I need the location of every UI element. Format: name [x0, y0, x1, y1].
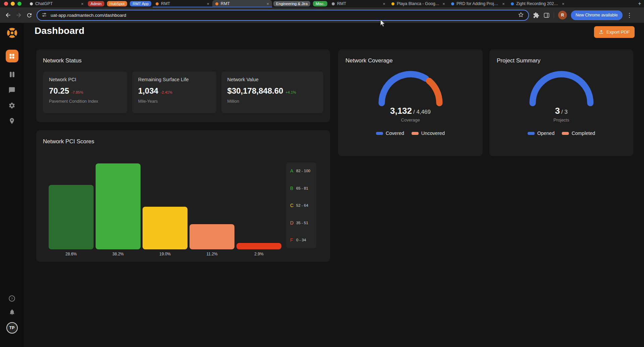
tab-close-icon[interactable]: × [383, 2, 385, 6]
grade-letter: C [290, 203, 294, 208]
new-tab-button[interactable]: + [635, 1, 644, 7]
stat-title: Network Value [227, 77, 317, 82]
window-controls[interactable] [4, 2, 21, 6]
tab-close-icon[interactable]: × [267, 2, 269, 6]
tab-label: PRD for Adding Proje… [457, 1, 500, 6]
tab-close-icon[interactable]: × [502, 2, 505, 6]
bell-icon [9, 309, 15, 315]
stat-tile-surface-life: Remaining Surface Life 1,034 -2.41% Mile… [132, 71, 216, 113]
grade-range: 52 - 64 [296, 203, 308, 207]
browser-tab[interactable]: Playa Blanca - Googl…× [388, 0, 448, 7]
site-settings-icon[interactable] [42, 12, 47, 18]
export-pdf-label: Export PDF [606, 30, 630, 35]
pci-bars: 28.6%38.2%19.0%11.2%2.9% [49, 163, 281, 256]
sidebar-item-map[interactable] [8, 117, 15, 125]
gauge-total: / 3 [561, 109, 568, 115]
browser-tab[interactable]: RMT× [153, 0, 212, 7]
tab-group-chip[interactable]: Misc. [313, 1, 327, 6]
browser-tab[interactable]: PRD for Adding Proje…× [448, 0, 508, 7]
reload-icon[interactable] [26, 12, 33, 18]
gear-icon [8, 102, 15, 109]
browser-tab[interactable]: Zight Recording 202…× [508, 0, 568, 7]
tab-close-icon[interactable]: × [81, 2, 84, 6]
stat-value: 1,034 [138, 86, 158, 96]
grade-row: B65 - 81 [290, 186, 312, 191]
grade-range: 0 - 34 [296, 238, 306, 242]
tab-group-chip[interactable]: RMT App [130, 1, 151, 6]
tab-group-chip[interactable]: Engineering & Jira [273, 1, 310, 6]
tab-close-icon[interactable]: × [442, 2, 445, 6]
sidebar-item-dashboard[interactable] [6, 50, 18, 62]
app-logo[interactable] [6, 27, 18, 40]
projects-gauge-chart [525, 67, 598, 107]
tab-favicon [156, 2, 159, 5]
bar-column: 38.2% [96, 163, 141, 256]
browser-tab[interactable]: ChatGPT× [27, 0, 87, 7]
tab-group-chip[interactable]: Admin [88, 1, 104, 6]
bar-column: 19.0% [143, 207, 187, 256]
bar [190, 224, 234, 249]
sidebar-item-messages[interactable] [8, 87, 15, 94]
browser-menu-icon[interactable]: ⋮ [627, 12, 632, 19]
bar-column: 11.2% [190, 224, 234, 256]
legend-swatch [562, 132, 569, 135]
bar [49, 185, 94, 249]
user-avatar[interactable]: TP [6, 322, 18, 334]
tab-favicon [391, 2, 394, 5]
grade-letter: F [290, 237, 294, 243]
grade-range: 35 - 51 [296, 221, 308, 225]
gauge-total: / 4,469 [413, 109, 431, 115]
help-button[interactable]: ? [8, 295, 15, 302]
browser-chrome: ChatGPT×AdminHubSpotRMT AppRMT×RMT×Engin… [0, 0, 644, 23]
sidebar-item-road-sections[interactable] [8, 71, 16, 78]
profile-avatar[interactable]: R [558, 11, 567, 19]
browser-tab[interactable]: RMT× [212, 0, 272, 7]
pci-scores-card: Network PCI Scores 28.6%38.2%19.0%11.2%2… [36, 130, 330, 262]
url-text[interactable]: uat-app.roadmantech.com/dashboard [51, 13, 126, 18]
gauge-value: 3 [555, 106, 560, 116]
tab-favicon [451, 2, 454, 5]
bookmark-star-icon[interactable] [518, 12, 524, 19]
maximize-window-icon[interactable] [17, 2, 21, 6]
export-pdf-button[interactable]: Export PDF [594, 26, 635, 38]
chrome-update-button[interactable]: New Chrome available [571, 10, 623, 20]
forward-icon[interactable] [15, 12, 22, 18]
tab-close-icon[interactable]: × [207, 2, 210, 6]
address-bar[interactable]: uat-app.roadmantech.com/dashboard [37, 10, 529, 21]
tab-label: ChatGPT [35, 1, 78, 6]
bar-label: 38.2% [96, 252, 141, 256]
project-summary-card: Project Summary 3 / 3 Projects OpenedCom… [489, 49, 633, 156]
chat-bubble-icon [8, 87, 15, 94]
legend-swatch [376, 132, 383, 135]
stat-tile-network-pci: Network PCI 70.25 -7.85% Pavement Condit… [43, 71, 127, 113]
sidebar-item-settings[interactable] [8, 102, 15, 109]
card-title: Network Status [43, 57, 323, 64]
bar-label: 11.2% [190, 252, 234, 256]
tab-group-chip[interactable]: HubSpot [107, 1, 127, 6]
extensions-icon[interactable] [533, 12, 539, 18]
notifications-button[interactable] [9, 309, 15, 315]
tab-strip-bar: ChatGPT×AdminHubSpotRMT AppRMT×RMT×Engin… [0, 0, 644, 7]
tab-favicon [511, 2, 514, 5]
stat-delta: +4.1% [285, 90, 296, 94]
grade-letter: B [290, 186, 294, 191]
bar [143, 207, 187, 249]
stat-tile-network-value: Network Value $30,178,848.60 +4.1% Milli… [221, 71, 323, 113]
grade-range: 82 - 100 [296, 169, 310, 173]
svg-text:?: ? [11, 297, 13, 300]
road-sections-icon [8, 71, 16, 78]
tab-label: RMT [221, 1, 264, 6]
back-icon[interactable] [5, 12, 11, 18]
tab-close-icon[interactable]: × [562, 2, 565, 6]
tab-label: Playa Blanca - Googl… [397, 1, 440, 6]
bar-label: 28.6% [49, 252, 94, 256]
legend-item: Uncovered [412, 131, 445, 136]
close-window-icon[interactable] [4, 2, 8, 6]
browser-tab[interactable]: RMT× [329, 0, 388, 7]
sidebar: ? TP [0, 23, 24, 347]
minimize-window-icon[interactable] [11, 2, 15, 6]
card-title: Project Summary [497, 57, 626, 64]
stat-value: 70.25 [49, 86, 69, 96]
side-panel-icon[interactable] [543, 12, 550, 18]
stat-value: $30,178,848.60 [227, 86, 283, 96]
